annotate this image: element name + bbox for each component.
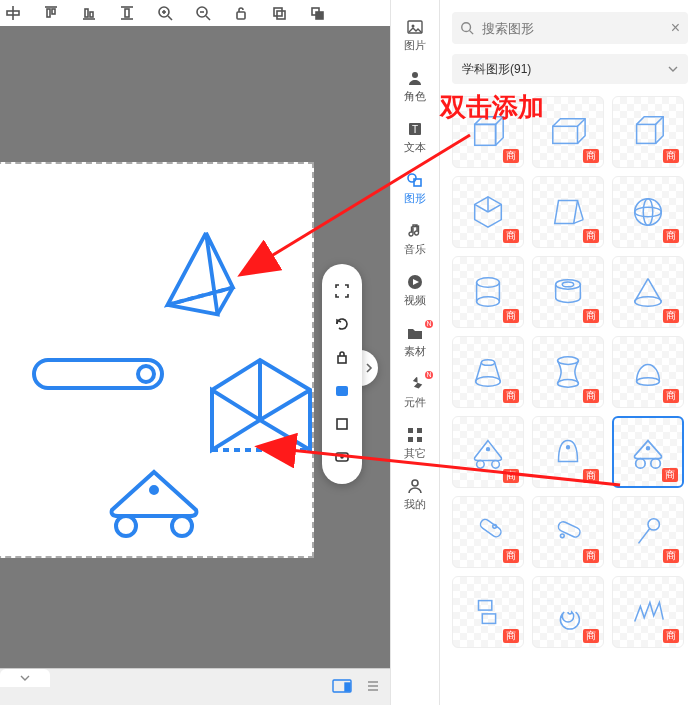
zoom-in-icon[interactable] [156, 4, 174, 22]
canvas-shape-rover[interactable] [106, 466, 202, 538]
svg-point-55 [412, 480, 418, 486]
nav-label: 视频 [404, 293, 426, 308]
svg-line-16 [206, 16, 210, 20]
svg-point-44 [412, 72, 418, 78]
svg-rect-32 [338, 356, 346, 363]
svg-point-82 [635, 297, 662, 307]
fill-icon[interactable] [331, 380, 353, 402]
floating-toolbar [322, 264, 362, 484]
device-preview-icon[interactable] [332, 679, 352, 696]
shape-tile-cone[interactable]: 商 [612, 256, 684, 328]
align-top-icon[interactable] [42, 4, 60, 22]
nav-music[interactable]: 音乐 [391, 222, 439, 257]
commercial-badge: 商 [503, 389, 519, 403]
commercial-badge: 商 [583, 149, 599, 163]
align-flush-icon[interactable] [118, 4, 136, 22]
copy-icon[interactable] [270, 4, 288, 22]
nav-image[interactable]: 图片 [391, 18, 439, 53]
commercial-badge: 商 [583, 309, 599, 323]
category-nav: 图片 角色 T 文本 图形 音乐 视频 N 素材 N 元件 其它 我的 [390, 0, 440, 705]
svg-point-96 [651, 459, 661, 469]
shape-tile-vase[interactable]: 商 [532, 336, 604, 408]
svg-rect-103 [479, 601, 492, 611]
canvas-shape-prism[interactable] [206, 354, 316, 462]
svg-rect-97 [479, 518, 503, 539]
shape-tile-cube-alt[interactable]: 商 [452, 176, 524, 248]
commercial-badge: 商 [663, 229, 679, 243]
svg-rect-10 [125, 9, 129, 17]
commercial-badge: 商 [662, 468, 678, 482]
shape-tile-cylinder[interactable]: 商 [452, 256, 524, 328]
nav-label: 音乐 [404, 242, 426, 257]
canvas-shape-capsule[interactable] [32, 358, 164, 390]
shape-tile-ring-cyl[interactable]: 商 [532, 256, 604, 328]
shape-tile-pill2[interactable]: 商 [532, 496, 604, 568]
svg-marker-70 [555, 201, 578, 224]
svg-rect-54 [417, 437, 422, 442]
svg-point-95 [636, 459, 646, 469]
svg-line-12 [168, 16, 172, 20]
svg-rect-4 [52, 9, 55, 14]
svg-point-88 [558, 380, 579, 388]
commercial-badge: 商 [503, 149, 519, 163]
svg-point-83 [481, 360, 494, 366]
commercial-badge: 商 [503, 469, 519, 483]
nav-mine[interactable]: 我的 [391, 477, 439, 512]
scale-icon[interactable] [331, 413, 353, 435]
nav-other[interactable]: 其它 [391, 426, 439, 461]
lock-icon[interactable] [331, 346, 353, 368]
svg-point-30 [116, 516, 136, 536]
footer-bar [0, 668, 390, 705]
unlock-icon[interactable] [232, 4, 250, 22]
border-icon[interactable] [331, 446, 353, 468]
zoom-out-icon[interactable] [194, 4, 212, 22]
shape-tile-spiral[interactable]: 商 [532, 576, 604, 648]
shape-tile-rover-small[interactable]: 商 [452, 416, 524, 488]
svg-rect-7 [90, 12, 93, 17]
nav-shapes[interactable]: 图形 [391, 171, 439, 206]
shape-tile-pill[interactable]: 商 [452, 496, 524, 568]
paste-icon[interactable] [308, 4, 326, 22]
shape-tile-rover-wheels[interactable]: 商 [612, 416, 684, 488]
nav-video[interactable]: 视频 [391, 273, 439, 308]
canvas-shape-tetrahedron[interactable] [158, 228, 254, 324]
shape-tile-rects[interactable]: 商 [452, 576, 524, 648]
fit-icon[interactable] [331, 280, 353, 302]
align-bottom-icon[interactable] [80, 4, 98, 22]
svg-point-86 [476, 377, 501, 387]
commercial-badge: 商 [583, 469, 599, 483]
shape-tile-cube-solid[interactable]: 商 [612, 96, 684, 168]
shape-tile-bell[interactable]: 商 [532, 416, 604, 488]
svg-point-75 [643, 199, 653, 226]
svg-rect-34 [337, 419, 347, 429]
svg-rect-62 [553, 126, 578, 143]
rotate-icon[interactable] [331, 313, 353, 335]
page-tab[interactable] [0, 669, 50, 687]
svg-point-56 [462, 23, 471, 32]
shape-tile-pin[interactable]: 商 [612, 496, 684, 568]
shape-tile-prism-lean[interactable]: 商 [532, 176, 604, 248]
nav-components[interactable]: N 元件 [391, 375, 439, 410]
commercial-badge: 商 [503, 229, 519, 243]
svg-rect-38 [345, 683, 350, 691]
nav-assets[interactable]: N 素材 [391, 324, 439, 359]
shapes-grid: 商商商商商商商商商商商商商商商商商商商商商 [452, 96, 688, 648]
nav-text[interactable]: T 文本 [391, 120, 439, 155]
shape-tile-zigzag[interactable]: 商 [612, 576, 684, 648]
align-h-icon[interactable] [4, 4, 22, 22]
list-icon[interactable] [366, 679, 380, 696]
svg-point-79 [477, 297, 500, 307]
shape-tile-globe[interactable]: 商 [612, 176, 684, 248]
clear-icon[interactable]: × [671, 19, 680, 37]
search-box: × [452, 12, 688, 44]
svg-point-90 [487, 448, 490, 451]
svg-point-98 [493, 524, 497, 528]
svg-rect-52 [417, 428, 422, 433]
category-select[interactable]: 学科图形(91) [452, 54, 688, 84]
search-input[interactable] [480, 20, 665, 37]
shape-tile-dome[interactable]: 商 [612, 336, 684, 408]
shape-tile-frustum[interactable]: 商 [452, 336, 524, 408]
badge-dot: N [425, 371, 433, 379]
svg-line-69 [488, 204, 501, 212]
nav-role[interactable]: 角色 [391, 69, 439, 104]
